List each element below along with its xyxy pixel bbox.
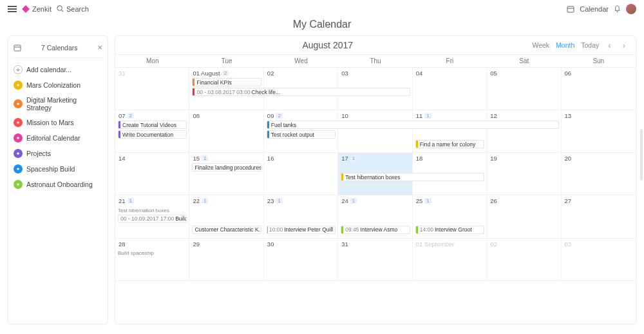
event-time: 09:45 bbox=[345, 226, 359, 233]
event[interactable]: 10:00Interview Peter Quill bbox=[267, 226, 336, 234]
event[interactable]: Write Documentation bbox=[118, 130, 187, 139]
color-dot-icon bbox=[14, 180, 23, 189]
day-cell[interactable]: 151 bbox=[189, 153, 263, 195]
event[interactable]: Build spaceship bbox=[118, 249, 187, 257]
date-label: 10 bbox=[341, 112, 348, 119]
date-label: 18 bbox=[416, 155, 423, 162]
count-badge: 1 bbox=[350, 198, 357, 204]
search-placeholder: Search bbox=[66, 5, 89, 13]
event-title: Build spaceship bbox=[118, 250, 154, 256]
day-cell[interactable]: 26 bbox=[487, 195, 561, 238]
event-title: Finalize landing procedures bbox=[194, 164, 261, 171]
day-cell[interactable]: 12 bbox=[487, 110, 561, 153]
day-cell[interactable]: 02 bbox=[487, 239, 561, 281]
date-label: 08 bbox=[193, 112, 200, 119]
day-cell[interactable]: 30 bbox=[264, 239, 338, 281]
dow-cell: Thu bbox=[338, 55, 412, 67]
dow-header: MonTueWedThuFriSatSun bbox=[115, 54, 636, 68]
event[interactable]: 14:00Interview Groot bbox=[415, 226, 484, 234]
sidebar-item[interactable]: Astronaut Onboarding bbox=[12, 177, 104, 192]
calendar: August 2017 Week Month Today ‹ › MonTueW… bbox=[115, 35, 636, 324]
sidebar-item[interactable]: Projects bbox=[12, 146, 104, 161]
sidebar-item[interactable]: Mars Colonization bbox=[12, 77, 104, 93]
day-cell[interactable]: 27 bbox=[562, 195, 636, 238]
close-icon[interactable]: × bbox=[97, 43, 102, 52]
event[interactable]: Test rocket output bbox=[267, 130, 336, 139]
plus-icon: + bbox=[14, 65, 23, 74]
view-week[interactable]: Week bbox=[532, 41, 549, 49]
search[interactable]: Search bbox=[57, 5, 89, 13]
bell-icon[interactable] bbox=[614, 5, 621, 13]
prev-icon[interactable]: ‹ bbox=[605, 41, 613, 50]
event[interactable]: Create Tutorial Videos bbox=[118, 121, 187, 129]
day-cell[interactable]: 10 bbox=[338, 110, 412, 153]
dow-cell: Sat bbox=[487, 55, 561, 67]
page-title: My Calendar bbox=[0, 19, 644, 30]
day-cell[interactable]: 31 bbox=[338, 239, 412, 281]
color-dot-icon bbox=[14, 118, 23, 127]
event[interactable]: Financial KPIs bbox=[192, 78, 261, 86]
event-title: Financial KPIs bbox=[196, 79, 231, 86]
calendar-small-icon bbox=[14, 44, 21, 52]
day-cell[interactable]: 16 bbox=[264, 153, 338, 195]
sidebar-item[interactable]: Digital Marketing Strategy bbox=[12, 93, 104, 115]
brand[interactable]: Zenkit bbox=[22, 5, 52, 13]
date-label: 01 August2 bbox=[193, 70, 229, 77]
date-label: 04 bbox=[416, 70, 423, 77]
day-cell[interactable]: 05 bbox=[487, 68, 561, 110]
event-title: Test hibernation boxes bbox=[118, 208, 169, 213]
event[interactable]: Finalize landing procedures bbox=[192, 163, 261, 172]
calendar-header: August 2017 Week Month Today ‹ › bbox=[115, 36, 636, 54]
date-label: 03 bbox=[341, 70, 348, 77]
date-label: 251 bbox=[416, 197, 431, 204]
event[interactable]: Customer Characteristic K... bbox=[192, 226, 261, 234]
event-title: Interview Groot bbox=[435, 226, 472, 233]
date-label: 211 bbox=[118, 197, 134, 204]
dow-cell: Wed bbox=[264, 55, 338, 67]
sidebar-item[interactable]: Spaceship Build bbox=[12, 161, 104, 177]
day-cell[interactable]: 29 bbox=[189, 239, 263, 281]
event[interactable]: 00 - 10.09.2017 17:00Build spa... bbox=[118, 215, 187, 223]
event-title: Customer Characteristic K... bbox=[194, 226, 261, 233]
day-cell[interactable]: 06 bbox=[562, 68, 636, 110]
day-cell[interactable]: 01 September bbox=[413, 239, 487, 281]
topbar: Zenkit Search Calendar bbox=[0, 0, 644, 17]
sidebar-item[interactable]: Mission to Mars bbox=[12, 115, 104, 130]
color-dot-icon bbox=[14, 133, 23, 142]
topbar-calendar-label[interactable]: Calendar bbox=[580, 5, 609, 13]
day-cell[interactable]: 28 bbox=[115, 239, 189, 281]
avatar[interactable] bbox=[626, 4, 636, 14]
event[interactable]: 00 - 03.08.2017 03:00Check life... bbox=[192, 88, 410, 96]
count-badge: 2 bbox=[276, 113, 282, 119]
next-icon[interactable]: › bbox=[620, 41, 628, 50]
day-cell[interactable]: 20 bbox=[562, 153, 636, 195]
event-title: Interview Asmo bbox=[361, 226, 398, 233]
date-label: 29 bbox=[193, 241, 200, 248]
day-cell[interactable]: 19 bbox=[487, 153, 561, 195]
event[interactable]: Test hibernation boxes bbox=[341, 173, 484, 181]
scrollbar[interactable] bbox=[640, 129, 643, 181]
event-color-bar bbox=[193, 79, 194, 86]
day-cell[interactable]: 13 bbox=[562, 110, 636, 153]
event-title: Test rocket output bbox=[271, 132, 314, 138]
event[interactable]: Test hibernation boxes bbox=[118, 206, 187, 215]
calendar-icon[interactable] bbox=[567, 5, 574, 13]
day-cell[interactable]: 03 bbox=[562, 239, 636, 281]
day-cell[interactable]: 08 bbox=[189, 110, 263, 153]
event-color-bar bbox=[341, 173, 343, 181]
sidebar-item[interactable]: Editorial Calendar bbox=[12, 130, 104, 146]
event[interactable]: 09:45Interview Asmo bbox=[341, 226, 410, 234]
add-calendar[interactable]: + Add calendar... bbox=[12, 62, 104, 77]
day-cell[interactable]: 14 bbox=[115, 153, 189, 195]
date-label: 20 bbox=[565, 155, 572, 162]
sidebar-item-label: Mission to Mars bbox=[26, 119, 74, 126]
day-cell[interactable]: 31 bbox=[115, 68, 189, 110]
event[interactable]: Fuel tanks bbox=[267, 121, 559, 129]
event[interactable]: Find a name for colony bbox=[415, 140, 484, 148]
view-today[interactable]: Today bbox=[581, 41, 599, 49]
menu-icon[interactable] bbox=[8, 6, 17, 12]
brand-icon bbox=[22, 5, 30, 13]
count-badge: 1 bbox=[350, 155, 357, 161]
day-cell[interactable]: 04 bbox=[413, 68, 487, 110]
view-month[interactable]: Month bbox=[556, 41, 574, 49]
